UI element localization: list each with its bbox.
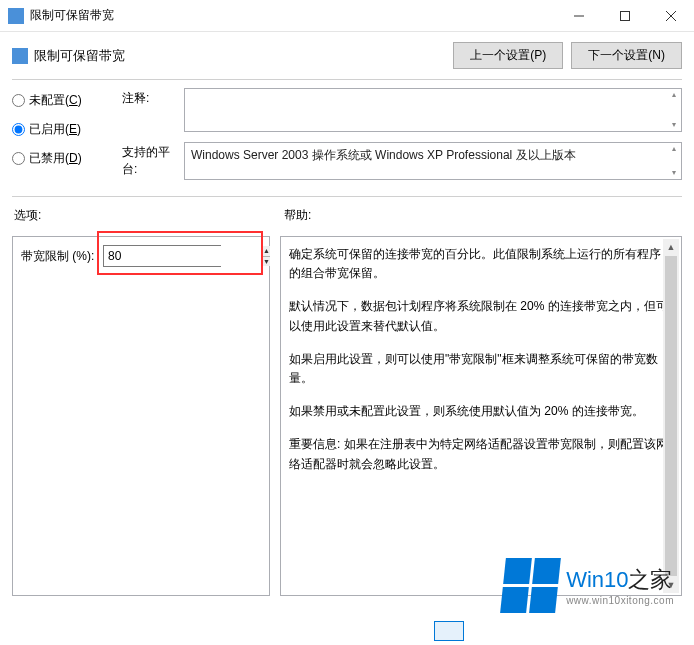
spinner-down-button[interactable]: ▼ <box>263 257 270 267</box>
spinner-up-button[interactable]: ▲ <box>263 246 270 257</box>
help-text: 重要信息: 如果在注册表中为特定网络适配器设置带宽限制，则配置该网络适配器时就会… <box>289 435 671 473</box>
radio-not-configured-input[interactable] <box>12 94 25 107</box>
options-pane: 带宽限制 (%): ▲ ▼ <box>12 236 270 596</box>
watermark-url: www.win10xitong.com <box>566 595 674 606</box>
comment-label: 注释: <box>122 88 184 132</box>
state-radio-group: 未配置(C) 已启用(E) 已禁用(D) <box>12 88 112 190</box>
help-text: 确定系统可保留的连接带宽的百分比。此值限制系统上运行的所有程序的组合带宽保留。 <box>289 245 671 283</box>
minimize-button[interactable] <box>556 0 602 32</box>
maximize-button[interactable] <box>602 0 648 32</box>
section-labels: 选项: 帮助: <box>0 203 694 228</box>
help-pane: 确定系统可保留的连接带宽的百分比。此值限制系统上运行的所有程序的组合带宽保留。 … <box>280 236 682 596</box>
platform-box: Windows Server 2003 操作系统或 Windows XP Pro… <box>184 142 682 180</box>
radio-enabled-input[interactable] <box>12 123 25 136</box>
policy-header: 限制可保留带宽 上一个设置(P) 下一个设置(N) <box>0 32 694 75</box>
divider <box>12 79 682 80</box>
help-text: 默认情况下，数据包计划程序将系统限制在 20% 的连接带宽之内，但可以使用此设置… <box>289 297 671 335</box>
radio-label: 已禁用(D) <box>29 150 82 167</box>
platform-text: Windows Server 2003 操作系统或 Windows XP Pro… <box>191 148 576 162</box>
radio-enabled[interactable]: 已启用(E) <box>12 121 112 138</box>
policy-title: 限制可保留带宽 <box>34 47 445 65</box>
radio-label: 未配置(C) <box>29 92 82 109</box>
radio-not-configured[interactable]: 未配置(C) <box>12 92 112 109</box>
options-heading: 选项: <box>14 207 284 224</box>
help-text: 如果禁用或未配置此设置，则系统使用默认值为 20% 的连接带宽。 <box>289 402 671 421</box>
radio-label: 已启用(E) <box>29 121 81 138</box>
bandwidth-limit-label: 带宽限制 (%): <box>21 248 103 265</box>
meta-fields: 注释: ▴▾ 支持的平台: Windows Server 2003 操作系统或 … <box>122 88 682 190</box>
platform-label: 支持的平台: <box>122 142 184 180</box>
help-heading: 帮助: <box>284 207 680 224</box>
lower-panel: 带宽限制 (%): ▲ ▼ 确定系统可保留的连接带宽的百分比。此值限制系统上运行… <box>0 228 694 596</box>
bandwidth-limit-spinner[interactable]: ▲ ▼ <box>103 245 221 267</box>
scroll-thumb[interactable] <box>665 256 677 576</box>
policy-icon <box>12 48 28 64</box>
previous-setting-button[interactable]: 上一个设置(P) <box>453 42 563 69</box>
radio-disabled-input[interactable] <box>12 152 25 165</box>
svg-rect-1 <box>621 12 630 21</box>
upper-panel: 未配置(C) 已启用(E) 已禁用(D) 注释: ▴▾ 支持的平台: Windo… <box>0 88 694 190</box>
divider <box>12 196 682 197</box>
cropped-button-fragment <box>434 621 464 641</box>
titlebar: 限制可保留带宽 <box>0 0 694 32</box>
scrollbar-icon: ▴▾ <box>669 91 679 129</box>
scrollbar[interactable]: ▲ ▼ <box>663 239 679 593</box>
next-setting-button[interactable]: 下一个设置(N) <box>571 42 682 69</box>
app-icon <box>8 8 24 24</box>
scroll-down-icon[interactable]: ▼ <box>663 577 679 593</box>
scrollbar-icon: ▴▾ <box>669 145 679 177</box>
help-text: 如果启用此设置，则可以使用"带宽限制"框来调整系统可保留的带宽数量。 <box>289 350 671 388</box>
comment-input[interactable]: ▴▾ <box>184 88 682 132</box>
window-controls <box>556 0 694 31</box>
bandwidth-limit-row: 带宽限制 (%): ▲ ▼ <box>21 245 261 267</box>
window-title: 限制可保留带宽 <box>30 7 556 24</box>
radio-disabled[interactable]: 已禁用(D) <box>12 150 112 167</box>
scroll-up-icon[interactable]: ▲ <box>663 239 679 255</box>
bandwidth-limit-input[interactable] <box>104 246 262 266</box>
close-button[interactable] <box>648 0 694 32</box>
